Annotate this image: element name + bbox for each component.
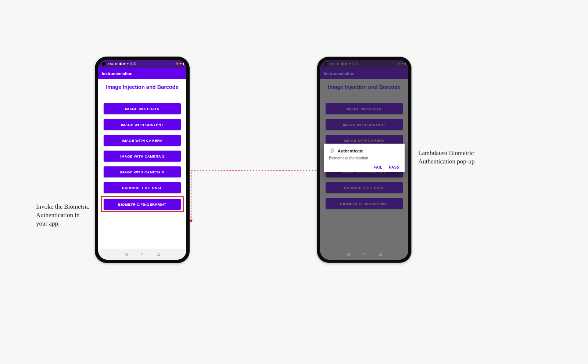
status-icon: ◐ [115, 62, 118, 65]
svg-point-0 [190, 220, 193, 222]
android-nav-bar: ◁ ○ □ [98, 249, 186, 260]
page-heading: Image Injection and Barcode [106, 84, 178, 90]
app-content: Image Injection and Barcode IMAGE WITH D… [98, 79, 186, 212]
status-icon: ▣ [119, 62, 122, 65]
wifi-icon: ▾ [180, 62, 182, 65]
screen-right: 7:59 ◐ ▣ ▶ ● ▯ ⓘ 🔕 ▾ ▮ Instrumentation I… [320, 60, 408, 260]
nav-recent-icon[interactable]: □ [378, 252, 383, 256]
image-with-data-button[interactable]: IMAGE WITH DATA [104, 103, 181, 114]
nav-back-icon[interactable]: ◁ [124, 252, 128, 256]
pass-button[interactable]: PASS [389, 165, 400, 169]
status-icon: ▶ [123, 62, 126, 65]
android-nav-bar: ◁ ○ □ [320, 249, 408, 260]
screen-left: 7:54 ◐ ▣ ▶ ● ▯ ⓘ 🔕 ▾ ▮ Instrumentation I… [98, 60, 186, 260]
annotation-left: Invoke the Biometric Authentication in y… [36, 203, 91, 228]
image-with-content-button[interactable]: IMAGE WITH CONTENT [104, 119, 181, 130]
btn-label: IMAGE WITH CAMERA [122, 138, 163, 143]
nav-home-icon[interactable]: ○ [140, 252, 144, 256]
status-bar: 7:54 ◐ ▣ ▶ ● ▯ ⓘ 🔕 ▾ ▮ [98, 60, 186, 68]
btn-label: IMAGE WITH CAMERA 2 [120, 154, 164, 158]
biometric-highlight: BIOMETRIC/FINGERPRINT [101, 196, 184, 212]
status-time: 7:54 [108, 62, 114, 66]
nav-recent-icon[interactable]: □ [156, 252, 161, 256]
btn-label: BIOMETRIC/FINGERPRINT [118, 202, 166, 206]
image-with-camera-button[interactable]: IMAGE WITH CAMERA [104, 135, 181, 146]
fingerprint-icon [329, 148, 335, 154]
dnd-icon: 🔕 [175, 62, 179, 65]
image-with-camera-x-button[interactable]: IMAGE WITH CAMERA X [104, 166, 181, 177]
nav-home-icon[interactable]: ○ [362, 252, 366, 256]
status-icon: ● [127, 62, 129, 65]
app-bar-title: Instrumentation [102, 71, 132, 76]
btn-label: IMAGE WITH CONTENT [121, 123, 164, 127]
app-bar: Instrumentation [98, 68, 186, 79]
nav-back-icon[interactable]: ◁ [346, 252, 350, 256]
biometric-fingerprint-button[interactable]: BIOMETRIC/FINGERPRINT [104, 199, 181, 210]
phone-left: 7:54 ◐ ▣ ▶ ● ▯ ⓘ 🔕 ▾ ▮ Instrumentation I… [95, 57, 190, 263]
dialog-title: Authenticate [338, 149, 363, 153]
annotation-right: Lambdatest Biometric Authentication pop-… [418, 149, 477, 166]
fail-button[interactable]: FAIL [374, 165, 383, 169]
btn-label: IMAGE WITH CAMERA X [120, 170, 165, 174]
btn-label: IMAGE WITH DATA [125, 107, 159, 111]
status-icon: ▯ [130, 62, 132, 65]
btn-label: BARCODE EXTERNAL [122, 186, 162, 190]
image-with-camera-2-button[interactable]: IMAGE WITH CAMERA 2 [104, 151, 181, 162]
dialog-message: Biometric authentication [329, 156, 399, 160]
phone-right: 7:59 ◐ ▣ ▶ ● ▯ ⓘ 🔕 ▾ ▮ Instrumentation I… [317, 57, 412, 263]
status-icon: ⓘ [133, 62, 136, 65]
connector-line [184, 165, 327, 224]
biometric-dialog: Authenticate Biometric authentication FA… [324, 144, 405, 172]
battery-icon: ▮ [183, 62, 184, 65]
barcode-external-button[interactable]: BARCODE EXTERNAL [104, 182, 181, 193]
